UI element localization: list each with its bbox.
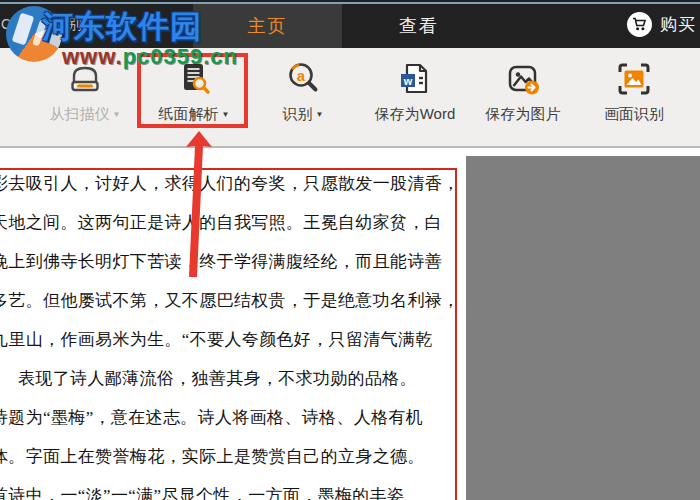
canvas-background	[466, 156, 700, 500]
title-bar: OCR文字识别 主页 查看 购买	[0, 0, 700, 48]
svg-text:w: w	[403, 75, 413, 87]
from-scanner-label: 从扫描仪▼	[50, 105, 121, 124]
save-as-word-button[interactable]: w 保存为Word	[359, 56, 471, 122]
tab-view-label: 查看	[399, 14, 439, 38]
svg-text:a: a	[297, 67, 306, 84]
scanner-icon	[67, 61, 103, 100]
buy-button[interactable]: 购买	[627, 0, 696, 48]
from-scanner-button[interactable]: 从扫描仪▼	[33, 56, 137, 122]
cart-icon	[627, 12, 652, 37]
document-text-line: 首诗中，一“淡”一“满”尽显个性，一方面，墨梅的丰姿	[0, 486, 404, 500]
document-text-line: 九里山，作画易米为生。“不要人夸颜色好，只留清气满乾	[0, 330, 433, 350]
recognize-label: 识别▼	[283, 105, 324, 124]
tab-home[interactable]: 主页	[193, 3, 342, 48]
ribbon-toolbar: 从扫描仪▼ 纸面解析▼ a 识别▼	[0, 48, 700, 148]
save-as-image-button[interactable]: 保存为图片	[473, 56, 573, 122]
save-as-image-label: 保存为图片	[486, 105, 561, 124]
dropdown-caret-icon: ▼	[113, 110, 121, 119]
document-text-line: 体。字面上在赞誉梅花，实际上是赞赏自己的立身之德。	[0, 447, 425, 467]
screen-recognize-icon	[616, 61, 652, 100]
recognize-icon: a	[285, 61, 321, 100]
tab-view[interactable]: 查看	[374, 3, 464, 48]
save-word-icon: w	[396, 61, 434, 100]
document-text-line: 多艺。但他屡试不第，又不愿巴结权贵，于是绝意功名利禄，	[0, 291, 459, 311]
save-image-icon	[505, 61, 541, 100]
save-as-word-label: 保存为Word	[375, 105, 456, 124]
recognize-button[interactable]: a 识别▼	[253, 56, 353, 122]
screen-recognize-label: 画面识别	[604, 105, 664, 124]
selection-border-right	[455, 168, 457, 500]
document-text-line: 天地之间。这两句正是诗人的自我写照。王冕自幼家贫，白	[0, 213, 442, 233]
window-top-border	[0, 2, 700, 4]
document-text-line: 彩去吸引人，讨好人，求得人们的夸奖，只愿散发一股清香，	[0, 174, 459, 194]
buy-label: 购买	[660, 13, 696, 36]
document-text-line: 表现了诗人鄙薄流俗，独善其身，不求功勋的品格。	[18, 369, 417, 389]
screen-recognize-button[interactable]: 画面识别	[584, 56, 684, 122]
document-text-line: 晚上到佛寺长明灯下苦读，终于学得满腹经纶，而且能诗善	[0, 252, 442, 272]
annotation-highlight-box	[137, 53, 248, 128]
document-text-line: 诗题为“墨梅”，意在述志。诗人将画格、诗格、人格有机	[0, 408, 423, 428]
window-title: OCR文字识别	[0, 16, 83, 34]
tab-home-label: 主页	[248, 14, 288, 38]
selection-border-top	[0, 168, 457, 170]
dropdown-caret-icon: ▼	[316, 110, 324, 119]
document-page[interactable]: 彩去吸引人，讨好人，求得人们的夸奖，只愿散发一股清香， 天地之间。这两句正是诗人…	[0, 150, 466, 500]
document-viewport: 彩去吸引人，讨好人，求得人们的夸奖，只愿散发一股清香， 天地之间。这两句正是诗人…	[0, 150, 700, 500]
